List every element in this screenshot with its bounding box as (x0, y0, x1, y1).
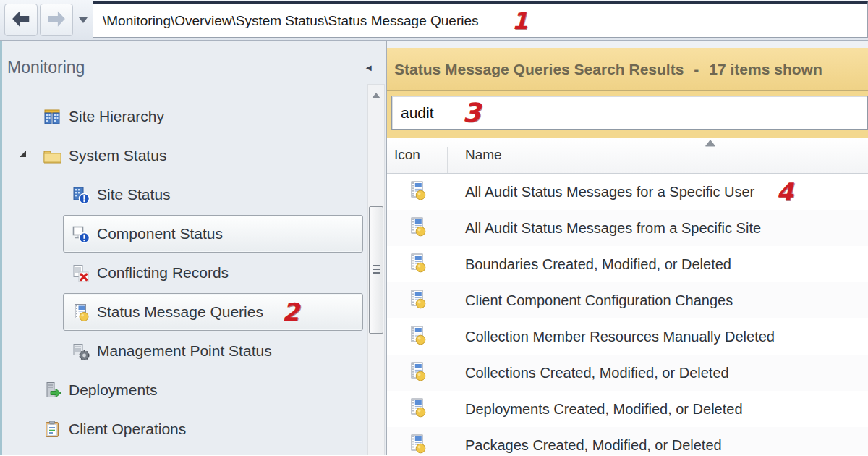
deployments-icon (43, 381, 62, 400)
search-band: audit 3 (387, 91, 868, 138)
sidebar-item-system-status[interactable]: System Status (2, 136, 365, 175)
management-point-status-icon (71, 342, 90, 361)
component-status-icon (71, 224, 90, 244)
collapse-left-icon[interactable]: ◄ (364, 62, 373, 73)
sidebar-item-component-status[interactable]: Component Status (2, 214, 365, 253)
query-name: Collection Member Resources Manually Del… (448, 329, 775, 345)
results-count: 17 items shown (709, 61, 822, 78)
annotation-2: 2 (282, 300, 299, 324)
monitoring-sidebar: Monitoring ◄ Site HierarchySystem Status… (2, 41, 387, 455)
annotation-4: 4 (776, 180, 793, 204)
results-title: Status Message Queries Search Results (394, 61, 684, 78)
table-row[interactable]: Deployments Created, Modified, or Delete… (387, 391, 868, 427)
sidebar-item-label: Client Operations (69, 421, 186, 438)
site-status-icon (71, 185, 90, 205)
navigation-tree: Site HierarchySystem StatusSite StatusCo… (2, 97, 365, 449)
status-message-query-icon (407, 252, 427, 277)
column-header-icon[interactable]: Icon (387, 147, 448, 173)
scroll-up-icon (372, 93, 380, 98)
sidebar-item-label: Site Hierarchy (69, 108, 164, 125)
query-name: Collections Created, Modified, or Delete… (448, 365, 729, 381)
table-row[interactable]: Packages Created, Modified, or Deleted (387, 427, 868, 455)
site-hierarchy-icon (43, 107, 62, 127)
sidebar-item-deployments[interactable]: Deployments (2, 371, 365, 410)
sidebar-item-label: Component Status (97, 225, 223, 242)
sidebar-item-label: Deployments (69, 381, 158, 399)
system-status-folder-icon (43, 146, 62, 166)
sidebar-item-label: Management Point Status (97, 342, 272, 360)
sort-ascending-icon (705, 140, 715, 146)
table-header: Icon Name (387, 138, 868, 174)
breadcrumb: \Monitoring\Overview\System Status\Statu… (103, 13, 479, 29)
search-input[interactable]: audit 3 (391, 96, 868, 130)
breadcrumb-address-bar[interactable]: \Monitoring\Overview\System Status\Statu… (93, 1, 868, 38)
sidebar-item-label: Site Status (97, 186, 171, 203)
query-name: All Audit Status Messages from a Specifi… (448, 220, 761, 237)
forward-button[interactable] (40, 4, 73, 36)
history-dropdown-icon[interactable] (79, 17, 88, 23)
back-arrow-icon (10, 8, 32, 33)
sidebar-scrollbar[interactable] (367, 84, 385, 455)
query-name: All Audit Status Messages for a Specific… (448, 184, 754, 200)
status-message-query-icon (407, 180, 427, 205)
status-message-query-icon (407, 324, 427, 350)
client-operations-icon (43, 420, 62, 439)
table-row[interactable]: Boundaries Created, Modified, or Deleted (387, 246, 868, 282)
back-button[interactable] (4, 4, 38, 36)
content-top-gap (387, 41, 868, 48)
results-pane: Status Message Queries Search Results - … (387, 41, 868, 455)
sidebar-item-client-operations[interactable]: Client Operations (2, 410, 365, 449)
status-message-query-icon (407, 288, 427, 313)
sidebar-item-label: Status Message Queries (97, 303, 263, 321)
results-dash: - (694, 61, 699, 78)
status-message-query-icon (407, 216, 427, 241)
status-message-query-icon (407, 360, 427, 386)
status-message-query-icon (407, 397, 427, 422)
sidebar-item-site-hierarchy[interactable]: Site Hierarchy (2, 97, 365, 136)
table-row[interactable]: All Audit Status Messages for a Specific… (387, 174, 868, 210)
search-value: audit (401, 104, 434, 122)
table-row[interactable]: Client Component Configuration Changes (387, 282, 868, 318)
conflicting-records-icon (71, 263, 90, 283)
query-name: Boundaries Created, Modified, or Deleted (448, 256, 731, 273)
status-message-query-icon (407, 433, 427, 456)
status-message-queries-icon (71, 303, 90, 322)
sidebar-item-conflicting-records[interactable]: Conflicting Records (2, 253, 365, 292)
annotation-3: 3 (463, 100, 481, 126)
query-name: Deployments Created, Modified, or Delete… (448, 401, 743, 418)
sidebar-item-site-status[interactable]: Site Status (2, 175, 365, 214)
query-name: Packages Created, Modified, or Deleted (448, 437, 722, 454)
forward-arrow-icon (46, 8, 67, 33)
navigation-toolbar: \Monitoring\Overview\System Status\Statu… (0, 0, 868, 41)
sidebar-title: Monitoring (7, 58, 85, 77)
column-header-name[interactable]: Name (448, 147, 502, 173)
table-row[interactable]: Collection Member Resources Manually Del… (387, 318, 868, 355)
scrollbar-thumb[interactable] (369, 206, 383, 334)
sidebar-item-label: Conflicting Records (97, 264, 229, 282)
table-row[interactable]: Collections Created, Modified, or Delete… (387, 355, 868, 391)
sidebar-item-label: System Status (69, 147, 166, 164)
sidebar-item-status-message-queries[interactable]: Status Message Queries2 (2, 292, 365, 332)
results-list: All Audit Status Messages for a Specific… (387, 174, 868, 455)
scrollbar-grip-icon (373, 265, 380, 275)
results-header: Status Message Queries Search Results - … (387, 48, 868, 91)
annotation-1: 1 (512, 9, 528, 33)
table-row[interactable]: All Audit Status Messages from a Specifi… (387, 210, 868, 246)
query-name: Client Component Configuration Changes (448, 292, 733, 309)
sidebar-item-management-point-status[interactable]: Management Point Status (2, 332, 365, 371)
tree-expanded-icon[interactable] (20, 151, 26, 157)
scroll-up-button[interactable] (368, 85, 384, 106)
